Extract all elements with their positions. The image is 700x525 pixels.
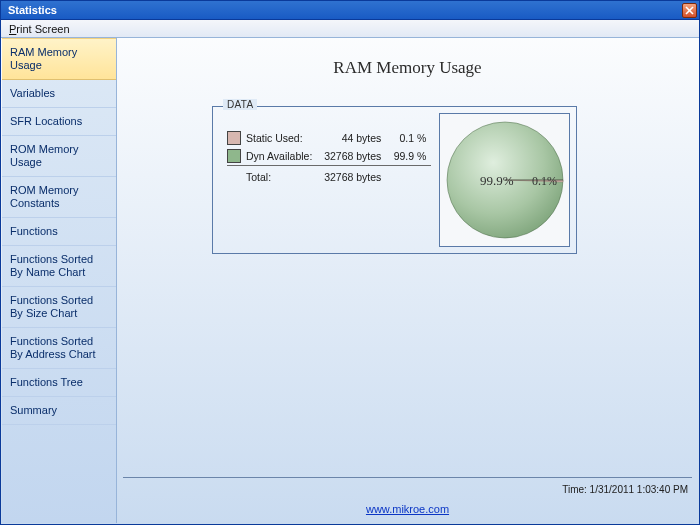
sidebar-item-fn-address[interactable]: Functions Sorted By Address Chart bbox=[2, 328, 116, 369]
legend-label: Dyn Available: bbox=[246, 147, 317, 166]
sidebar-item-fn-name[interactable]: Functions Sorted By Name Chart bbox=[2, 246, 116, 287]
data-legend: Static Used: 44 bytes 0.1 % Dyn Availabl… bbox=[213, 107, 439, 253]
pie-panel: 99.9% 0.1% bbox=[439, 113, 570, 247]
sidebar-item-sfr[interactable]: SFR Locations bbox=[2, 108, 116, 136]
legend-row-dyn: Dyn Available: 32768 bytes 99.9 % bbox=[227, 147, 431, 166]
pie-label-static: 0.1% bbox=[532, 174, 557, 188]
page-title: RAM Memory Usage bbox=[117, 58, 698, 78]
legend-value: 32768 bytes bbox=[317, 166, 386, 186]
content: RAM Memory Usage DATA Static Used: 44 by… bbox=[117, 38, 698, 523]
footer-link[interactable]: www.mikroe.com bbox=[366, 503, 449, 515]
pie-chart: 99.9% 0.1% bbox=[439, 115, 570, 245]
pie-label-dyn: 99.9% bbox=[480, 173, 514, 188]
sidebar-item-summary[interactable]: Summary bbox=[2, 397, 116, 425]
footer-link-wrap: www.mikroe.com bbox=[117, 503, 698, 515]
swatch-static bbox=[227, 131, 241, 145]
legend-pct: 0.1 % bbox=[386, 129, 431, 147]
footer-time: Time: 1/31/2011 1:03:40 PM bbox=[562, 484, 688, 495]
legend-label: Total: bbox=[246, 166, 317, 186]
legend-row-total: Total: 32768 bytes bbox=[227, 166, 431, 186]
statistics-window: Statistics Print Screen RAM Memory Usage… bbox=[0, 0, 700, 525]
sidebar-item-rom-constants[interactable]: ROM Memory Constants bbox=[2, 177, 116, 218]
titlebar: Statistics bbox=[1, 1, 699, 20]
close-button[interactable] bbox=[682, 3, 697, 18]
legend-label: Static Used: bbox=[246, 129, 317, 147]
sidebar-item-rom-usage[interactable]: ROM Memory Usage bbox=[2, 136, 116, 177]
close-icon bbox=[685, 6, 694, 15]
sidebar-item-ram[interactable]: RAM Memory Usage bbox=[2, 38, 116, 80]
legend-value: 32768 bytes bbox=[317, 147, 386, 166]
sidebar-item-fn-tree[interactable]: Functions Tree bbox=[2, 369, 116, 397]
sidebar-item-fn-size[interactable]: Functions Sorted By Size Chart bbox=[2, 287, 116, 328]
sidebar: RAM Memory Usage Variables SFR Locations… bbox=[2, 38, 117, 523]
data-group: DATA Static Used: 44 bytes 0.1 % Dyn Ava… bbox=[212, 106, 577, 254]
menubar: Print Screen bbox=[1, 20, 699, 38]
legend-pct: 99.9 % bbox=[386, 147, 431, 166]
body: RAM Memory Usage Variables SFR Locations… bbox=[2, 38, 698, 523]
group-label: DATA bbox=[223, 99, 257, 110]
sidebar-item-variables[interactable]: Variables bbox=[2, 80, 116, 108]
sidebar-item-functions[interactable]: Functions bbox=[2, 218, 116, 246]
menu-print-screen[interactable]: Print Screen bbox=[1, 22, 78, 36]
swatch-dyn bbox=[227, 149, 241, 163]
footer-rule bbox=[123, 477, 692, 478]
window-title: Statistics bbox=[8, 4, 57, 16]
legend-row-static: Static Used: 44 bytes 0.1 % bbox=[227, 129, 431, 147]
legend-value: 44 bytes bbox=[317, 129, 386, 147]
